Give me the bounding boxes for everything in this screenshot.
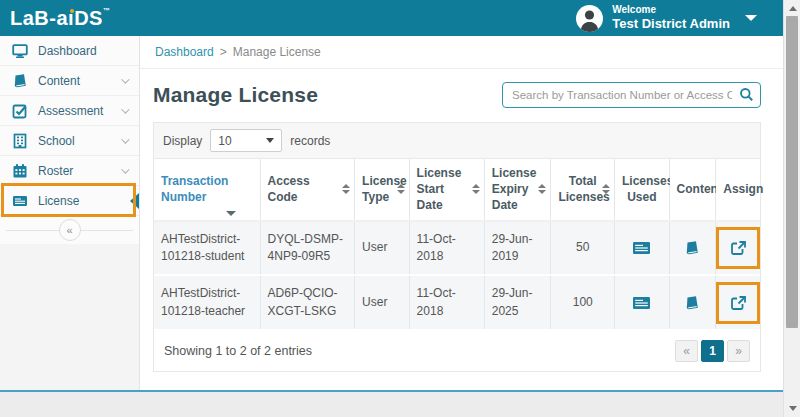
license-table: Transaction Number Access Code License T… (154, 159, 760, 331)
page-body: Dashboard Content Assessment (0, 36, 783, 390)
pagination-prev-button[interactable]: « (675, 340, 698, 362)
building-icon (12, 133, 28, 149)
table-header-row: Transaction Number Access Code License T… (154, 159, 760, 221)
sidebar-collapse-row: « (0, 216, 139, 244)
sidebar-item-license[interactable]: License (0, 186, 139, 216)
column-header-assign: Assign (716, 159, 760, 221)
sidebar-item-roster[interactable]: Roster (0, 156, 139, 186)
cell-expiry-date: 29-Jun-2019 (484, 221, 551, 276)
sidebar-items: Dashboard Content Assessment (0, 36, 139, 244)
column-header-total-licenses[interactable]: Total Licenses (551, 159, 615, 221)
user-menu[interactable]: Welcome Test District Admin (576, 4, 757, 33)
user-avatar (576, 5, 603, 32)
cell-transaction-number: AHTestDistrict-101218-student (154, 221, 260, 276)
column-header-licenses-used: Licenses Used (615, 159, 670, 221)
cell-start-date: 11-Oct-2018 (409, 275, 484, 330)
license-table-panel: Display 10 records (153, 122, 761, 372)
sort-icon (397, 184, 405, 194)
page-size-select[interactable]: 10 (210, 129, 282, 152)
welcome-label: Welcome (612, 4, 730, 17)
user-greeting: Welcome Test District Admin (612, 4, 730, 33)
sidebar-item-label: License (38, 194, 79, 208)
cell-license-type: User (355, 221, 410, 276)
scroll-up-arrow-icon[interactable] (784, 1, 800, 16)
monitor-icon (12, 43, 28, 59)
top-header: LaB-aıDS™ Welcome Test District Admin (0, 0, 783, 36)
logo-i-dot-icon (70, 9, 74, 13)
pagination-page-1-button[interactable]: 1 (701, 340, 724, 362)
pagination: « 1 » (675, 340, 750, 362)
cell-access-code: DYQL-DSMP-4NP9-09R5 (260, 221, 355, 276)
cell-assign (716, 221, 760, 276)
cell-total-licenses: 50 (551, 221, 615, 276)
breadcrumb-separator: > (220, 45, 227, 59)
calendar-icon (12, 163, 28, 179)
column-header-license-type[interactable]: License Type (355, 159, 410, 221)
id-card-icon (12, 193, 28, 209)
check-square-icon (12, 103, 28, 119)
table-row: AHTestDistrict-101218-student DYQL-DSMP-… (154, 221, 760, 276)
sidebar-collapse-button[interactable]: « (59, 219, 81, 241)
search-icon[interactable] (739, 87, 754, 105)
column-header-content: Content (669, 159, 716, 221)
sidebar-item-content[interactable]: Content (0, 66, 139, 96)
assign-share-icon[interactable] (730, 240, 747, 256)
column-header-transaction-number[interactable]: Transaction Number (154, 159, 260, 221)
column-header-expiry-date[interactable]: License Expiry Date (484, 159, 551, 221)
sidebar-item-label: Content (38, 74, 80, 88)
sidebar-item-label: Dashboard (38, 44, 97, 58)
pagination-next-button[interactable]: » (727, 340, 750, 362)
logo-letter-i: ı (68, 7, 74, 29)
sidebar-item-label: Assessment (38, 104, 103, 118)
sidebar-item-assessment[interactable]: Assessment (0, 96, 139, 126)
sidebar-item-dashboard[interactable]: Dashboard (0, 36, 139, 66)
trademark-mark: ™ (103, 7, 111, 14)
sort-icon (602, 184, 610, 194)
logo-text-pre: LaB-a (10, 7, 68, 29)
content-book-icon[interactable] (684, 240, 700, 256)
book-icon (12, 73, 28, 89)
chevron-down-icon (745, 15, 757, 21)
cell-content (669, 275, 716, 330)
cell-access-code: AD6P-QCIO-XCGT-LSKG (260, 275, 355, 330)
assign-share-icon[interactable] (730, 295, 747, 311)
sidebar-item-school[interactable]: School (0, 126, 139, 156)
chevron-down-icon (121, 105, 129, 113)
cell-total-licenses: 100 (551, 275, 615, 330)
licenses-used-icon[interactable] (632, 240, 651, 256)
sort-icon (472, 184, 480, 194)
footer-accent-line (0, 390, 783, 392)
logo-text-post: DS (74, 7, 103, 29)
chevron-down-icon (266, 138, 274, 143)
content-book-icon[interactable] (684, 295, 700, 311)
records-label: records (290, 134, 330, 148)
cell-transaction-number: AHTestDistrict-101218-teacher (154, 275, 260, 330)
sidebar-item-label: Roster (38, 164, 73, 178)
vertical-scrollbar[interactable] (783, 0, 800, 417)
scrollbar-thumb[interactable] (786, 16, 798, 328)
display-label: Display (163, 134, 202, 148)
search-input[interactable] (502, 82, 761, 108)
main-content: Dashboard > Manage License Manage Licens… (140, 36, 783, 390)
cell-licenses-used (615, 221, 670, 276)
person-icon (576, 5, 603, 32)
sort-icon (342, 184, 350, 194)
breadcrumb-link-dashboard[interactable]: Dashboard (155, 45, 214, 59)
cell-expiry-date: 29-Jun-2025 (484, 275, 551, 330)
cell-licenses-used (615, 275, 670, 330)
table-row: AHTestDistrict-101218-teacher AD6P-QCIO-… (154, 275, 760, 330)
scroll-down-arrow-icon[interactable] (784, 401, 800, 416)
breadcrumb-current: Manage License (233, 45, 321, 59)
column-header-start-date[interactable]: License Start Date (409, 159, 484, 221)
column-header-access-code[interactable]: Access Code (260, 159, 355, 221)
cell-assign (716, 275, 760, 330)
entries-summary: Showing 1 to 2 of 2 entries (164, 344, 312, 358)
brand-logo[interactable]: LaB-aıDS™ (10, 7, 110, 30)
cell-start-date: 11-Oct-2018 (409, 221, 484, 276)
search-box (502, 82, 761, 108)
chevron-down-icon (121, 75, 129, 83)
sidebar-item-label: School (38, 134, 75, 148)
table-footer: Showing 1 to 2 of 2 entries « 1 » (154, 331, 760, 371)
app-window: LaB-aıDS™ Welcome Test District Admin (0, 0, 800, 417)
licenses-used-icon[interactable] (632, 295, 651, 311)
